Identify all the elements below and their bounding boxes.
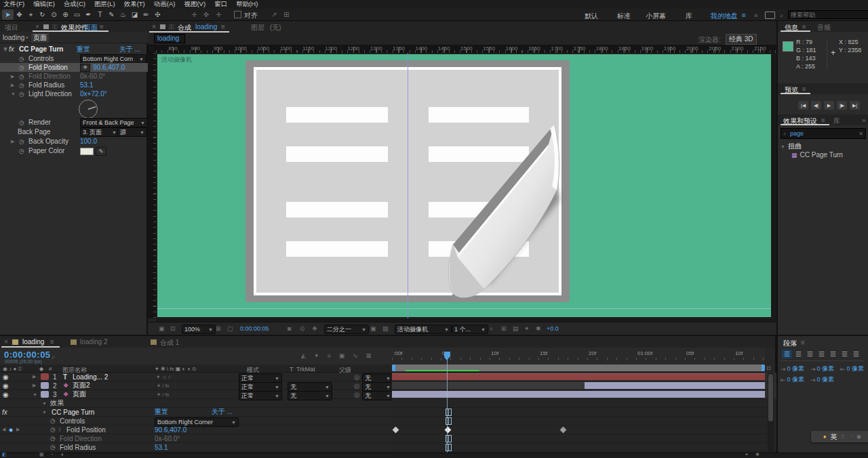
layer-name[interactable]: 页面2 xyxy=(73,381,90,390)
list-item[interactable]: ⊕ xyxy=(60,9,71,20)
list-item[interactable]: 1450 xyxy=(438,45,450,51)
prop-value[interactable]: 90.6,407.0 xyxy=(155,426,186,434)
list-item[interactable]: ☰ xyxy=(851,350,861,358)
renderer-value[interactable]: 经典 3D xyxy=(726,34,757,45)
list-item[interactable]: ✣ xyxy=(152,9,163,20)
list-item[interactable]: ⊙ xyxy=(48,9,60,20)
workspace-tab-standard[interactable]: 标准 xyxy=(617,12,631,21)
list-item[interactable]: 10f xyxy=(491,350,498,356)
list-item[interactable]: 1600 xyxy=(506,45,518,51)
motion-blur-toggle-icon[interactable]: ◔ xyxy=(50,452,53,457)
effect-about-link[interactable]: 关于 ... xyxy=(119,45,140,54)
preview-transport[interactable]: |◀◀|▶|▶▶| xyxy=(797,101,861,110)
back-page-source-dropdown[interactable]: 源▼ xyxy=(117,127,147,137)
keyframe-diamond[interactable] xyxy=(560,427,567,434)
indent-field[interactable]: ⇤ 0 像素 xyxy=(840,365,864,373)
expand-arrow-icon[interactable]: ▶ xyxy=(11,83,14,88)
list-item[interactable]: ∿ xyxy=(353,352,358,359)
list-item[interactable]: 1800 xyxy=(596,45,608,51)
panel-menu-icon[interactable]: ≡ xyxy=(821,117,825,124)
grid-guides-icon[interactable]: ⊞ xyxy=(216,325,221,332)
list-item[interactable]: 10f xyxy=(735,350,743,356)
layer-3-duration-bar[interactable] xyxy=(392,391,765,398)
tab-library[interactable]: 库 xyxy=(833,117,840,126)
stopwatch-icon[interactable]: ◷ xyxy=(19,138,24,145)
menu-file[interactable]: 文件(F) xyxy=(3,0,24,9)
list-item[interactable]: ▶ xyxy=(824,101,834,110)
work-area-bar[interactable] xyxy=(392,365,765,371)
list-item[interactable]: 2000 xyxy=(686,45,698,51)
prev-keyframe-icon[interactable]: ◀ xyxy=(2,427,5,432)
stopwatch-icon[interactable]: ◷ xyxy=(50,417,56,424)
list-item[interactable]: 2150 xyxy=(754,45,766,51)
playhead-marker[interactable] xyxy=(444,352,450,357)
workspace-more-icon[interactable]: » xyxy=(754,12,758,19)
transparency-grid-icon[interactable]: ▨ xyxy=(382,325,389,332)
workspace-tab-my-workspace[interactable]: 我的地盘 xyxy=(711,12,738,21)
camera-dropdown[interactable]: 活动摄像机▼ xyxy=(395,325,452,334)
effect-collapse-icon[interactable]: ▼ xyxy=(42,410,47,415)
layer-row-1[interactable]: ◉ ▶ 1 T Loading... 2 ✦ ☼ / 正常▼ ◎ 无▼ xyxy=(0,373,392,381)
stopwatch-icon-active[interactable]: ◷ xyxy=(50,426,56,433)
list-item[interactable]: ◀| xyxy=(811,101,821,110)
prop-row-fold-position[interactable]: ◷ Fold Position ✛ 90.6,407.0 xyxy=(0,63,148,72)
indent-field[interactable]: ⇤ 0 像素 xyxy=(781,375,804,384)
indent-field[interactable]: ⇥ 0 像素 xyxy=(810,365,834,373)
main-viewer-icon[interactable]: ⊡ xyxy=(170,325,176,332)
layer-label-chip[interactable] xyxy=(41,382,49,389)
indent-field[interactable]: ⇥ 0 像素 xyxy=(810,375,834,384)
layer-2-duration-bar[interactable] xyxy=(585,382,765,389)
prop-value[interactable]: 53.1 xyxy=(80,81,93,89)
ime-language-toggle[interactable]: 英 xyxy=(831,432,837,442)
list-item[interactable]: ☰ xyxy=(793,350,804,358)
menu-edit[interactable]: 编辑(E) xyxy=(33,0,55,9)
timeline-tab-loading[interactable]: loading xyxy=(22,338,44,346)
panel-menu-icon[interactable]: ≡ xyxy=(50,338,54,346)
menu-window[interactable]: 窗口 xyxy=(214,0,227,9)
stopwatch-icon[interactable]: ◷ xyxy=(50,444,56,451)
effects-search-box[interactable]: ⌕ ✕ xyxy=(781,128,866,139)
panel-more-icon[interactable]: » xyxy=(862,117,866,124)
eye-icon[interactable]: ◉ xyxy=(3,382,9,390)
pixel-aspect-icon[interactable]: ⌗ xyxy=(490,325,493,333)
stopwatch-icon[interactable]: ◷ xyxy=(19,148,24,154)
fast-previews-icon[interactable]: ⊞ xyxy=(501,325,507,332)
list-item[interactable]: T xyxy=(94,9,106,20)
list-item[interactable]: ✥ xyxy=(14,9,25,20)
track-row-1[interactable] xyxy=(392,373,776,381)
tab-audio[interactable]: 音频 xyxy=(817,23,831,33)
panel-menu-icon[interactable]: ≡ xyxy=(100,23,104,30)
fx-badge-icon[interactable]: fx xyxy=(2,409,7,416)
render-dropdown[interactable]: Front & Back Page▼ xyxy=(80,118,148,127)
workspace-tab-default[interactable]: 默认 xyxy=(585,12,598,21)
list-item[interactable]: 1550 xyxy=(483,45,495,51)
paragraph-align-buttons[interactable]: ☰☰☰☰☰☰☰ xyxy=(782,350,863,358)
panel-close-icon[interactable]: × xyxy=(35,23,39,30)
current-timecode[interactable]: 0:00:00:05 xyxy=(4,350,51,360)
prop-value[interactable]: 100.0 xyxy=(80,138,97,145)
fold-position-crosshair-button[interactable]: ✛ xyxy=(80,64,90,72)
effects-group-row[interactable]: ▼ 扭曲 xyxy=(781,142,802,151)
list-item[interactable]: ▣ xyxy=(339,352,345,359)
layer-1-duration-bar[interactable] xyxy=(392,373,765,380)
axis-mode-view-icon[interactable]: ✛ xyxy=(216,11,221,18)
track-row-2[interactable] xyxy=(392,381,776,390)
breadcrumb-layer[interactable]: 页面 xyxy=(31,33,49,43)
effect-name[interactable]: CC Page Turn xyxy=(52,409,94,416)
view-layout-dropdown[interactable]: 1 个...▼ xyxy=(452,325,488,334)
list-item[interactable]: 1700 xyxy=(551,45,563,51)
list-item[interactable]: ≡ xyxy=(327,352,330,359)
snapshot-icon[interactable]: ◙ xyxy=(288,325,291,332)
layer-switches[interactable]: ✦ ☼ / xyxy=(156,374,170,380)
zoom-in-icon[interactable]: ✱ xyxy=(755,452,760,457)
timeline-prop-fold-position[interactable]: ◀ ◆ ▶ ◷ ⌇ Fold Position 90.6,407.0 xyxy=(0,425,392,434)
effect-name[interactable]: CC Page Turn xyxy=(19,45,63,53)
list-item[interactable]: |◀ xyxy=(798,101,808,110)
list-item[interactable]: ↻ xyxy=(37,9,48,20)
comp-nav-chip[interactable]: loading xyxy=(154,34,185,43)
indent-value[interactable]: 0 像素 xyxy=(817,375,835,384)
list-item[interactable]: 1300 xyxy=(370,45,382,51)
frame-blend-toggle-icon[interactable]: ▦ xyxy=(39,452,44,457)
list-item[interactable]: 1850 xyxy=(618,45,631,51)
list-item[interactable]: 05f xyxy=(686,350,694,356)
